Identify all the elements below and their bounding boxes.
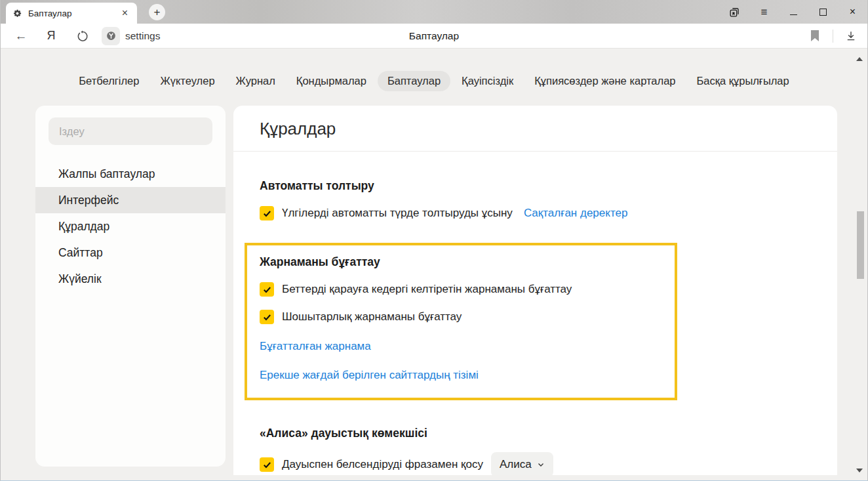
ad-block-checkbox-1[interactable] (260, 282, 274, 297)
close-window-button[interactable]: × (838, 0, 867, 24)
new-tab-button[interactable]: + (149, 4, 165, 20)
nav-tab-settings[interactable]: Баптаулар (378, 71, 450, 91)
menu-button[interactable]: ≡ (749, 0, 779, 24)
checkmark-icon (262, 285, 272, 295)
autofill-heading: Автоматты толтыру (260, 179, 811, 193)
autofill-checkbox-label[interactable]: Үлгілерді автоматты түрде толтыруды ұсын… (282, 207, 513, 220)
downloads-button[interactable] (844, 29, 858, 43)
alice-checkbox[interactable] (260, 457, 274, 472)
panel-divider (233, 151, 837, 152)
alice-heading: «Алиса» дауыстық көмекшісі (260, 427, 811, 440)
nav-tab-extensions[interactable]: Қондырмалар (286, 71, 376, 91)
side-panel-button[interactable] (720, 0, 749, 24)
panel-icon (728, 6, 741, 18)
chevron-down-icon (537, 461, 545, 469)
maximize-icon (819, 9, 827, 16)
minimize-icon (790, 14, 797, 15)
nav-tab-passwords[interactable]: Құпиясөздер және карталар (524, 71, 685, 91)
autofill-checkbox[interactable] (260, 206, 274, 220)
back-button[interactable]: ← (14, 29, 28, 43)
protect-icon (106, 30, 117, 41)
ad-block-row-2: Шошытарлық жарнаманы бұғаттау (260, 310, 661, 324)
checkmark-icon (262, 209, 272, 219)
maximize-button[interactable] (808, 0, 838, 24)
hamburger-icon: ≡ (761, 7, 768, 18)
content-area: Жалпы баптаулар Интерфейс Құралдар Сайтт… (1, 106, 867, 475)
alice-checkbox-label[interactable]: Дауыспен белсендіруді фразамен қосу (282, 458, 483, 471)
ad-block-checkbox-2-label[interactable]: Шошытарлық жарнаманы бұғаттау (282, 310, 462, 324)
settings-sidebar: Жалпы баптаулар Интерфейс Құралдар Сайтт… (35, 106, 226, 467)
tab-strip: Баптаулар × + ≡ (1, 0, 867, 24)
toolbar-separator (833, 30, 833, 43)
window-controls: ≡ × (720, 0, 867, 24)
gear-icon (12, 9, 22, 18)
sidebar-list: Жалпы баптаулар Интерфейс Құралдар Сайтт… (35, 161, 226, 292)
minimize-button[interactable] (779, 0, 808, 24)
exception-sites-link[interactable]: Ерекше жағдай берілген сайттардың тізімі (260, 369, 661, 382)
settings-panel: Құралдар Автоматты толтыру Үлгілерді авт… (233, 106, 837, 475)
address-bar: ← Я settings Баптаулар (1, 24, 867, 49)
nav-tab-devices[interactable]: Басқа құрылғылар (687, 71, 799, 91)
autofill-row: Үлгілерді автоматты түрде толтыруды ұсын… (260, 206, 811, 220)
nav-tab-security[interactable]: Қауіпсіздік (452, 71, 523, 91)
ad-block-heading: Жарнаманы бұғаттау (260, 255, 661, 269)
sidebar-item-sites[interactable]: Сайттар (35, 240, 226, 266)
tab-title: Баптаулар (28, 9, 119, 18)
alice-select-value: Алиса (500, 458, 532, 471)
nav-tab-history[interactable]: Журнал (226, 71, 285, 91)
checkmark-icon (262, 312, 272, 322)
sidebar-item-system[interactable]: Жүйелік (35, 266, 226, 292)
browser-tab[interactable]: Баптаулар × (6, 3, 137, 24)
search-input[interactable] (49, 117, 212, 145)
ad-block-row-1: Беттерді қарауға кедергі келтіретін жарн… (260, 282, 661, 297)
settings-page: Бетбелгілер Жүктеулер Журнал Қондырмалар… (1, 49, 867, 481)
nav-tab-downloads[interactable]: Жүктеулер (150, 71, 224, 91)
alice-row: Дауыспен белсендіруді фразамен қосу Алис… (260, 452, 811, 475)
bookmark-button[interactable] (808, 29, 822, 43)
saved-data-link[interactable]: Сақталған деректер (524, 207, 628, 220)
checkmark-icon (262, 460, 272, 470)
url-text[interactable]: settings (125, 30, 160, 42)
tab-close-icon[interactable]: × (119, 8, 130, 18)
address-bar-right (808, 29, 867, 43)
nav-tab-bookmarks[interactable]: Бетбелгілер (69, 71, 149, 91)
blocked-ads-link[interactable]: Бұғатталған жарнама (260, 340, 661, 353)
address-bar-left: ← Я settings (1, 27, 160, 45)
scrollbar-up-arrow[interactable] (856, 57, 863, 61)
sidebar-item-tools[interactable]: Құралдар (35, 213, 226, 240)
yandex-logo-icon[interactable]: Я (44, 29, 58, 43)
settings-nav: Бетбелгілер Жүктеулер Журнал Қондырмалар… (1, 49, 867, 91)
close-icon: × (850, 6, 856, 18)
ad-block-highlighted-section: Жарнаманы бұғаттау Беттерді қарауға кеде… (245, 243, 677, 400)
refresh-button[interactable] (75, 29, 90, 43)
ad-block-checkbox-2[interactable] (260, 310, 274, 324)
panel-header: Құралдар (233, 106, 837, 151)
scrollbar-thumb[interactable] (857, 211, 864, 279)
browser-window: Баптаулар × + ≡ (0, 0, 868, 481)
sidebar-item-general[interactable]: Жалпы баптаулар (35, 161, 226, 187)
sidebar-item-interface[interactable]: Интерфейс (35, 187, 226, 213)
protect-badge-button[interactable] (102, 27, 120, 45)
ad-block-checkbox-1-label[interactable]: Беттерді қарауға кедергі келтіретін жарн… (282, 283, 572, 296)
alice-voice-select[interactable]: Алиса (491, 452, 553, 475)
page-title: Құралдар (260, 119, 811, 139)
plus-icon: + (154, 6, 161, 19)
scrollbar-down-arrow[interactable] (856, 469, 863, 472)
